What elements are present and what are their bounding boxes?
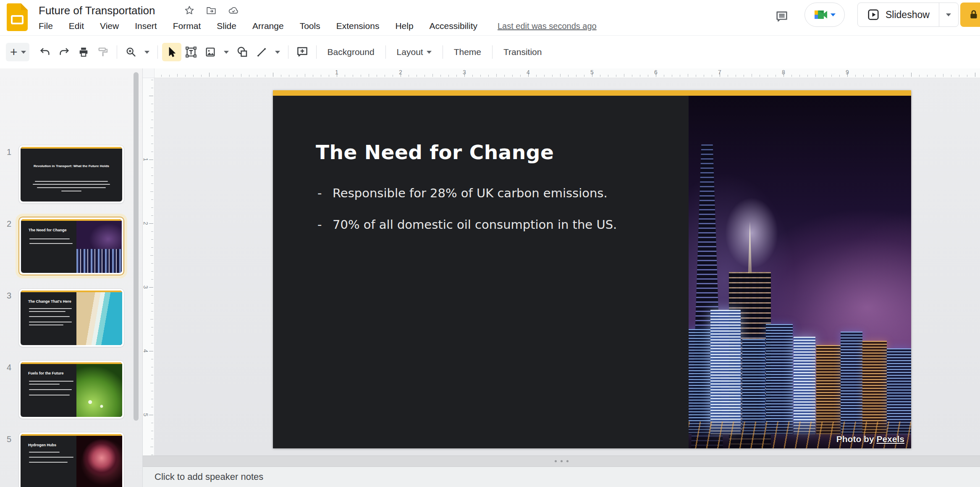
slideshow-button[interactable]: Slideshow — [858, 3, 939, 26]
star-icon[interactable] — [184, 5, 195, 16]
slide-body-text[interactable]: - Responsible for 28% of UK carbon emiss… — [317, 186, 617, 249]
document-status-cloud-icon[interactable] — [228, 5, 239, 16]
text-box-tool-button[interactable] — [181, 43, 201, 61]
ruler-tick — [151, 327, 153, 327]
last-edit-link[interactable]: Last edit was seconds ago — [498, 21, 597, 31]
redo-button[interactable] — [55, 43, 74, 61]
ruler-corner — [143, 68, 155, 78]
zoom-caret-icon[interactable] — [141, 43, 153, 61]
theme-button-label: Theme — [454, 47, 481, 57]
ruler-tick — [150, 319, 153, 319]
insert-comment-button[interactable] — [293, 43, 312, 61]
ruler-tick — [903, 75, 904, 77]
thumb-beach-image — [76, 292, 122, 345]
menu-tools[interactable]: Tools — [298, 20, 322, 32]
ruler-tick — [608, 75, 608, 77]
ruler-tick — [424, 75, 425, 77]
ruler-tick — [688, 74, 688, 77]
background-button[interactable]: Background — [321, 43, 381, 61]
ruler-tick — [536, 75, 537, 77]
ruler-tick — [151, 104, 153, 104]
ruler-tick — [871, 75, 872, 77]
ruler-number: 4 — [143, 349, 149, 353]
menu-edit[interactable]: Edit — [67, 20, 86, 32]
ruler-tick — [799, 75, 800, 77]
share-button[interactable] — [960, 3, 980, 27]
transition-button[interactable]: Transition — [497, 43, 548, 61]
ruler-tick — [151, 183, 153, 184]
ruler-tick — [151, 423, 153, 423]
menu-format[interactable]: Format — [171, 20, 203, 32]
ruler-tick — [151, 80, 153, 80]
ruler-tick — [257, 75, 257, 77]
menu-file[interactable]: File — [37, 20, 55, 32]
ruler-tick — [831, 75, 832, 77]
slide-thumbnail-5[interactable]: Hydrogen Hubs — [18, 432, 124, 487]
print-button[interactable] — [74, 43, 93, 61]
ruler-tick — [151, 367, 153, 367]
ruler-tick — [712, 75, 712, 77]
photo-credit-link[interactable]: Pexels — [876, 434, 904, 444]
document-title[interactable]: Future of Transportation — [39, 4, 155, 17]
ruler-tick — [151, 231, 153, 232]
header: Future of Transportation File Edit View … — [0, 0, 980, 35]
slide-accent-bar — [273, 90, 911, 96]
ruler-tick — [313, 75, 313, 77]
speaker-notes-area[interactable]: Click to add speaker notes — [143, 467, 980, 487]
slide-thumbnail-3[interactable]: The Change That's Here — [18, 288, 124, 347]
menu-view[interactable]: View — [98, 20, 121, 32]
ruler-number: 7 — [718, 69, 721, 76]
zoom-tool-button[interactable] — [121, 43, 141, 61]
toolbar-separator — [157, 45, 158, 59]
menu-arrange[interactable]: Arrange — [251, 20, 286, 32]
thumb-title: Revolution in Transport: What the Future… — [29, 165, 114, 168]
menu-accessibility[interactable]: Accessibility — [428, 20, 479, 32]
slide-thumbnail-4[interactable]: Fuels for the Future — [18, 360, 124, 419]
ruler-tick — [839, 75, 840, 77]
ruler-tick — [151, 144, 153, 144]
layout-button[interactable]: Layout — [390, 43, 438, 61]
ruler-tick — [568, 75, 569, 77]
undo-button[interactable] — [35, 43, 55, 61]
slides-logo-icon[interactable] — [7, 3, 28, 31]
menu-help[interactable]: Help — [393, 20, 415, 32]
notes-resize-handle[interactable] — [143, 456, 980, 467]
slide-number: 1 — [7, 147, 11, 157]
theme-button[interactable]: Theme — [447, 43, 488, 61]
insert-image-caret-icon[interactable] — [220, 43, 233, 61]
background-button-label: Background — [328, 47, 375, 57]
ruler-number: 9 — [846, 69, 849, 76]
insert-line-button[interactable] — [252, 43, 271, 61]
ruler-tick — [440, 75, 441, 77]
join-meet-button[interactable] — [804, 3, 845, 27]
slide-photo-night-city[interactable]: Photo by Pexels — [689, 96, 911, 448]
insert-image-button[interactable] — [201, 43, 220, 61]
ruler-tick — [150, 447, 153, 447]
grip-dot-icon — [566, 460, 569, 462]
filmstrip-scrollbar[interactable] — [134, 72, 139, 421]
menu-extensions[interactable]: Extensions — [335, 20, 381, 32]
ruler-tick — [150, 383, 153, 383]
slideshow-options-button[interactable] — [939, 3, 958, 26]
open-comments-button[interactable] — [772, 7, 792, 27]
ruler-tick — [151, 175, 153, 176]
paint-format-button[interactable] — [93, 43, 113, 61]
current-slide[interactable]: The Need for Change - Responsible for 28… — [273, 90, 911, 448]
bullet-text: 70% of all domestic oil consumption in t… — [333, 217, 617, 232]
menu-insert[interactable]: Insert — [133, 20, 159, 32]
insert-shape-button[interactable] — [233, 43, 252, 61]
slide-thumbnail-1[interactable]: Revolution in Transport: What the Future… — [18, 145, 124, 204]
new-slide-button[interactable]: + — [6, 43, 29, 61]
ruler-tick — [680, 75, 680, 77]
ruler-tick — [616, 75, 616, 77]
ruler-tick — [241, 74, 241, 77]
ruler-tick — [149, 223, 153, 224]
ruler-tick — [863, 75, 864, 77]
layout-button-label: Layout — [397, 47, 423, 57]
insert-line-caret-icon[interactable] — [271, 43, 284, 61]
move-to-folder-icon[interactable] — [206, 5, 217, 16]
slide-thumbnail-2-selected[interactable]: The Need for Change — [18, 217, 124, 275]
menu-slide[interactable]: Slide — [215, 20, 238, 32]
slide-title[interactable]: The Need for Change — [316, 141, 554, 164]
select-tool-button[interactable] — [162, 43, 181, 61]
